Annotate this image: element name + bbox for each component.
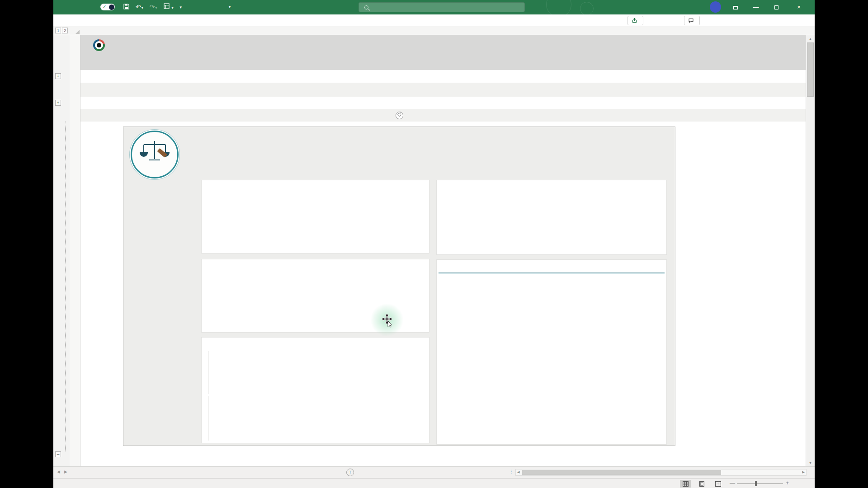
heading-band <box>80 83 806 97</box>
document-title[interactable]: ▾ <box>229 4 364 9</box>
rotate-handle[interactable] <box>396 112 403 119</box>
normal-view-icon[interactable] <box>680 480 691 488</box>
outline-level-1-button[interactable]: 1 <box>55 28 61 33</box>
zoom-slider-thumb[interactable] <box>755 481 757 486</box>
check-icon: ✓ <box>103 4 106 9</box>
ribbon-tab-strip <box>53 14 815 27</box>
sheet-nav-left-icon[interactable]: ◀ <box>57 469 60 474</box>
panel-top30-clients <box>436 259 667 445</box>
column-headers[interactable]: 1 2 <box>53 26 815 35</box>
revenue-yoy-bar-chart <box>340 192 429 253</box>
zoom-in-icon[interactable]: + <box>786 480 789 486</box>
tab-scrollbar-splitter[interactable]: ⋮ <box>509 469 514 474</box>
title-bar: ✓ ↶▾ ↷▾ ▾ ▾ ▾ — × <box>53 0 815 14</box>
col-header-2018 <box>514 273 535 274</box>
comments-button[interactable] <box>684 16 700 25</box>
col-header-name <box>439 273 514 274</box>
vertical-scrollbar[interactable]: ▲ ▼ <box>806 35 815 466</box>
excel-window: ✓ ↶▾ ↷▾ ▾ ▾ ▾ — × <box>53 0 815 488</box>
worksheet[interactable] <box>80 35 806 466</box>
collapse-group-button[interactable]: – <box>55 451 61 457</box>
page-break-view-icon[interactable] <box>712 480 723 488</box>
col-header-2021 <box>577 273 599 274</box>
scroll-left-icon[interactable]: ◀ <box>517 470 519 474</box>
horizontal-scroll-thumb[interactable] <box>522 470 721 475</box>
header-band <box>80 35 806 70</box>
maximize-button[interactable] <box>768 0 785 14</box>
panel-services <box>201 337 429 443</box>
sheet-nav-right-icon[interactable]: ▶ <box>64 469 67 474</box>
search-icon <box>364 5 368 9</box>
vertical-scroll-thumb[interactable] <box>807 42 814 97</box>
row-headers[interactable] <box>70 35 80 466</box>
quick-access-toolbar: ↶▾ ↷▾ ▾ ▾ <box>120 2 185 12</box>
zoom-slider[interactable] <box>737 483 783 484</box>
share-button[interactable] <box>627 16 643 25</box>
outline-bracket <box>65 122 66 451</box>
titlebar-decoration <box>580 2 594 15</box>
group-bracket <box>208 351 208 394</box>
scroll-up-icon[interactable]: ▲ <box>806 37 815 40</box>
expand-group-button[interactable]: + <box>55 100 61 106</box>
horizontal-scrollbar[interactable]: ◀ ▶ <box>515 469 807 476</box>
avatar[interactable] <box>710 1 721 13</box>
table-header-row <box>439 273 665 274</box>
scroll-down-icon[interactable]: ▼ <box>806 461 815 465</box>
heading-band <box>80 109 806 122</box>
outline-level-2-button[interactable]: 2 <box>62 28 68 33</box>
status-bar: — + <box>53 478 815 488</box>
close-button[interactable]: × <box>790 0 807 14</box>
king-law-logo <box>131 131 179 178</box>
scroll-right-icon[interactable]: ▶ <box>802 470 805 474</box>
minimize-button[interactable]: — <box>747 0 764 14</box>
undo-icon[interactable]: ↶▾ <box>136 2 143 13</box>
select-all-corner[interactable] <box>70 26 80 35</box>
qat-more-icon[interactable]: ▾ <box>179 2 182 12</box>
save-icon[interactable] <box>123 2 129 12</box>
new-sheet-button[interactable]: + <box>346 469 354 476</box>
col-header-spark <box>599 273 618 274</box>
profit-line-chart <box>203 277 339 332</box>
dashboard-picture[interactable] <box>123 127 675 446</box>
col-header-2020 <box>556 273 577 274</box>
autosave-toggle[interactable]: ✓ <box>100 4 115 10</box>
ribbon-display-options-icon[interactable] <box>727 0 744 14</box>
page-layout-view-icon[interactable] <box>696 480 707 488</box>
custom-command-icon[interactable]: ▾ <box>164 2 174 13</box>
sheet-tab-bar: ◀ ▶ + ⋮ ◀ ▶ <box>53 466 815 478</box>
outline-pane: + + – <box>53 35 70 466</box>
top30-table <box>439 272 665 274</box>
col-header-2019 <box>535 273 556 274</box>
zoom-out-icon[interactable]: — <box>730 480 735 486</box>
col-header-bar <box>641 273 665 274</box>
excellent-logo-icon <box>93 39 105 51</box>
col-header-delta <box>618 273 641 274</box>
search-input[interactable] <box>359 2 525 12</box>
redo-icon[interactable]: ↷▾ <box>150 2 157 13</box>
panel-revenue-dynamics <box>201 180 429 253</box>
branches-donut-chart <box>505 192 563 250</box>
group-bracket <box>208 396 208 441</box>
move-cursor-icon <box>381 313 394 328</box>
toggle-knob-icon <box>109 5 114 10</box>
panel-revenue-by-branch <box>436 180 667 255</box>
expand-group-button[interactable]: + <box>55 73 61 79</box>
revenue-line-chart <box>203 197 339 253</box>
